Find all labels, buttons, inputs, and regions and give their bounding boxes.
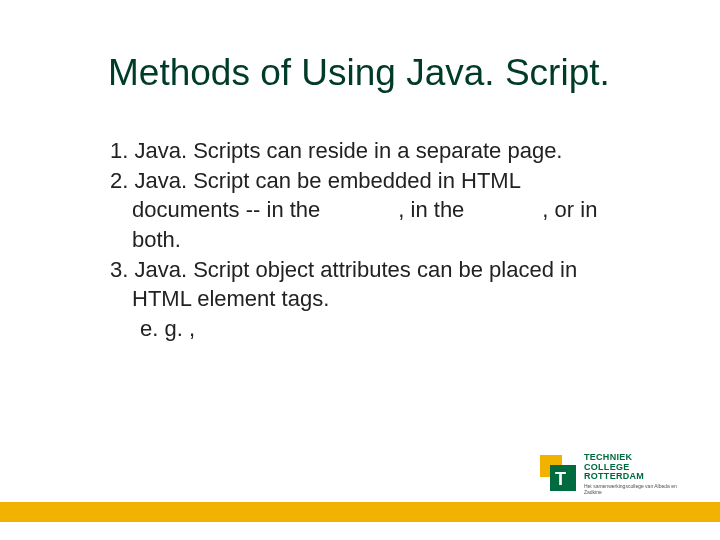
logo-line3: ROTTERDAM [584, 472, 690, 482]
list-item-3-line3: e. g. , [110, 314, 660, 344]
logo: T TECHNIEK COLLEGE ROTTERDAM Het samenwe… [540, 450, 690, 498]
logo-letter: T [555, 469, 566, 490]
logo-mark: T [540, 455, 576, 493]
footer-bar [0, 502, 720, 522]
slide-title: Methods of Using Java. Script. [108, 52, 610, 94]
logo-text: TECHNIEK COLLEGE ROTTERDAM Het samenwerk… [584, 453, 690, 496]
list-item-3-line1: 3. Java. Script object attributes can be… [110, 255, 660, 285]
list-item-2-line2: documents -- in the, in the, or in [110, 195, 660, 225]
list-item-2-line3: both. [110, 225, 660, 255]
list-item-3-line2: HTML element tags. [110, 284, 660, 314]
text-fragment: , in the [398, 197, 464, 222]
slide: Methods of Using Java. Script. 1. Java. … [0, 0, 720, 540]
text-fragment: documents -- in the [132, 197, 320, 222]
list-item-1: 1. Java. Scripts can reside in a separat… [110, 136, 660, 166]
logo-subtitle: Het samenwerkingscollege van Albeda en Z… [584, 484, 690, 495]
slide-body: 1. Java. Scripts can reside in a separat… [110, 136, 660, 344]
list-item-2-line1: 2. Java. Script can be embedded in HTML [110, 166, 660, 196]
text-fragment: , or in [542, 197, 597, 222]
